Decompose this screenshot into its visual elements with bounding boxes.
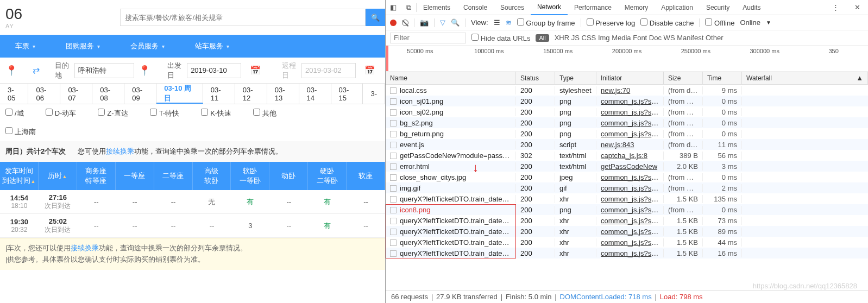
filter-category[interactable]: Doc <box>649 34 662 42</box>
filter-category[interactable]: XHR <box>555 34 569 42</box>
network-request-row[interactable]: icon_sj01.png 200 png common_js.js?scri.… <box>386 96 868 106</box>
date-tab[interactable]: 03-07 <box>60 84 92 104</box>
network-request-row[interactable]: queryX?leftTicketDTO.train_date=201... 2… <box>386 193 868 204</box>
search-input[interactable] <box>120 9 366 26</box>
filter-category[interactable]: JS <box>571 34 580 42</box>
filter-checkbox[interactable]: Z-直达 <box>98 109 128 118</box>
column-header[interactable]: 高级软卧 <box>193 162 231 190</box>
train-row[interactable]: 14:5418:1027:16次日到达------无有--有-- <box>0 190 385 214</box>
date-tab[interactable]: 03-09 <box>124 84 156 104</box>
date-tab[interactable]: 03-11 <box>203 84 235 104</box>
calendar-icon[interactable]: 📅 <box>246 65 265 75</box>
filter-checkbox[interactable]: K-快速 <box>201 109 231 118</box>
grid-header[interactable]: Time <box>703 72 742 84</box>
filter-checkbox[interactable]: /城 <box>5 109 24 118</box>
grid-header[interactable]: Initiator <box>596 72 664 84</box>
devtools-panel-tab[interactable]: Network <box>531 0 568 15</box>
hide-data-urls-checkbox[interactable]: Hide data URLs <box>471 34 530 42</box>
offline-checkbox[interactable]: Offline <box>705 18 734 27</box>
network-request-row[interactable]: icon8.png 200 png common_js.js?scri... (… <box>386 204 868 215</box>
network-request-row[interactable]: queryX?leftTicketDTO.train_date=201... 2… <box>386 248 868 258</box>
network-request-row[interactable]: queryX?leftTicketDTO.train_date=201... 2… <box>386 215 868 226</box>
nav-item[interactable]: 站车服务 ▾ <box>180 35 244 58</box>
dest-input[interactable] <box>74 63 134 78</box>
filter-category[interactable]: Media <box>612 34 631 42</box>
more-icon[interactable]: ⋮ <box>825 3 847 11</box>
filter-category[interactable]: Manifest <box>677 34 703 42</box>
column-header[interactable]: 动卧 <box>269 162 308 190</box>
date-tab[interactable]: 3- <box>363 84 385 104</box>
devtools-panel-tab[interactable]: Elements <box>417 0 457 15</box>
devtools-panel-tab[interactable]: Application <box>655 0 700 15</box>
column-header[interactable]: 二等座 <box>154 162 193 190</box>
camera-icon[interactable]: 📷 <box>420 18 429 27</box>
filter-checkbox[interactable]: 其他 <box>253 109 276 118</box>
filter-checkbox[interactable]: 上海南 <box>5 127 36 137</box>
search-button[interactable]: 🔍 <box>366 9 385 26</box>
filter-category[interactable]: Other <box>706 34 724 42</box>
network-request-row[interactable]: local.css 200 stylesheet new.js:70 (from… <box>386 85 868 96</box>
record-button[interactable] <box>390 20 397 26</box>
network-request-row[interactable]: queryX?leftTicketDTO.train_date=201... 2… <box>386 226 868 237</box>
nav-item[interactable]: 车票 ▾ <box>0 35 51 58</box>
network-request-row[interactable]: queryX?leftTicketDTO.train_date=201... 2… <box>386 237 868 248</box>
grid-header[interactable]: Size <box>664 72 703 84</box>
devtools-panel-tab[interactable]: Sources <box>494 0 531 15</box>
network-request-row[interactable]: img.gif 200 gif common_js.js?scri... (fr… <box>386 182 868 193</box>
swap-icon[interactable]: ⇄ <box>22 65 51 75</box>
date-tab[interactable]: 03-12 <box>235 84 267 104</box>
dep-date-input[interactable] <box>187 63 241 78</box>
nav-item[interactable]: 团购服务 ▾ <box>51 35 115 58</box>
transfer-link[interactable]: 接续换乘 <box>71 244 99 252</box>
devtools-panel-tab[interactable]: Memory <box>618 0 655 15</box>
devtools-panel-tab[interactable]: Security <box>700 0 736 15</box>
devtools-panel-tab[interactable]: Performance <box>568 0 618 15</box>
date-tab[interactable]: 03-14 <box>299 84 331 104</box>
network-request-row[interactable]: bg_return.png 200 png common_js.js?scri.… <box>386 128 868 139</box>
column-header[interactable]: 软卧一等卧 <box>231 162 269 190</box>
devtools-panel-tab[interactable]: Audits <box>736 0 767 15</box>
network-request-row[interactable]: event.js 200 script new.js:843 (from dis… <box>386 139 868 150</box>
overview-icon[interactable]: ≋ <box>506 18 512 27</box>
grid-header[interactable]: Name <box>386 72 516 84</box>
date-tab[interactable]: 03-15 <box>331 84 363 104</box>
grid-header[interactable]: Type <box>555 72 596 84</box>
column-header[interactable]: 软座 <box>347 162 385 190</box>
nav-item[interactable]: 会员服务 ▾ <box>115 35 180 58</box>
column-header[interactable]: 发车时间到达时间▲ <box>0 162 39 190</box>
transfer-link[interactable]: 接续换乘 <box>106 147 134 155</box>
grid-header[interactable]: Waterfall ▲ <box>742 72 868 84</box>
grid-header[interactable]: Status <box>516 72 555 84</box>
throttle-select[interactable]: Online <box>740 18 760 27</box>
date-tab[interactable]: 03-06 <box>28 84 60 104</box>
ret-date-input[interactable] <box>301 63 356 78</box>
network-request-row[interactable]: getPassCodeNew?module=passenge... 302 te… <box>386 150 868 161</box>
column-header[interactable]: 商务座特等座 <box>77 162 116 190</box>
filter-icon[interactable]: ▽ <box>440 18 445 27</box>
date-tab[interactable]: 03-08 <box>92 84 124 104</box>
search-icon[interactable]: 🔍 <box>451 18 460 27</box>
column-header[interactable]: 硬卧二等卧 <box>308 162 347 190</box>
clear-button[interactable] <box>402 20 408 26</box>
devtools-panel-tab[interactable]: Console <box>457 0 494 15</box>
calendar-icon[interactable]: 📅 <box>360 65 380 75</box>
network-request-row[interactable]: error.html 200 text/html getPassCodeNew … <box>386 161 868 172</box>
preserve-log-checkbox[interactable]: Preserve log <box>587 18 636 27</box>
date-tab[interactable]: 3-05 <box>0 84 28 104</box>
filter-category[interactable]: WS <box>664 34 675 42</box>
filter-all[interactable]: All <box>536 34 549 42</box>
filter-checkbox[interactable]: D-动车 <box>46 109 77 118</box>
device-icon[interactable]: ⧉ <box>401 3 416 12</box>
filter-category[interactable]: CSS <box>582 34 596 42</box>
group-by-frame-checkbox[interactable]: Group by frame <box>517 18 575 27</box>
column-header[interactable]: 一等座 <box>116 162 154 190</box>
network-request-row[interactable]: icon_sj02.png 200 png common_js.js?scri.… <box>386 106 868 117</box>
train-row[interactable]: 19:3020:3225:02次日到达--------3--有-- <box>0 214 385 238</box>
column-header[interactable]: 历时▲ <box>39 162 77 190</box>
network-grid[interactable]: local.css 200 stylesheet new.js:70 (from… <box>386 85 868 290</box>
timeline-overview[interactable]: 50000 ms100000 ms150000 ms200000 ms25000… <box>386 46 868 72</box>
filter-input[interactable] <box>390 33 466 43</box>
network-request-row[interactable]: close_show_citys.jpg 200 jpeg common_js.… <box>386 172 868 182</box>
filter-category[interactable]: Font <box>633 34 647 42</box>
inspect-icon[interactable]: ◧ <box>386 3 401 11</box>
